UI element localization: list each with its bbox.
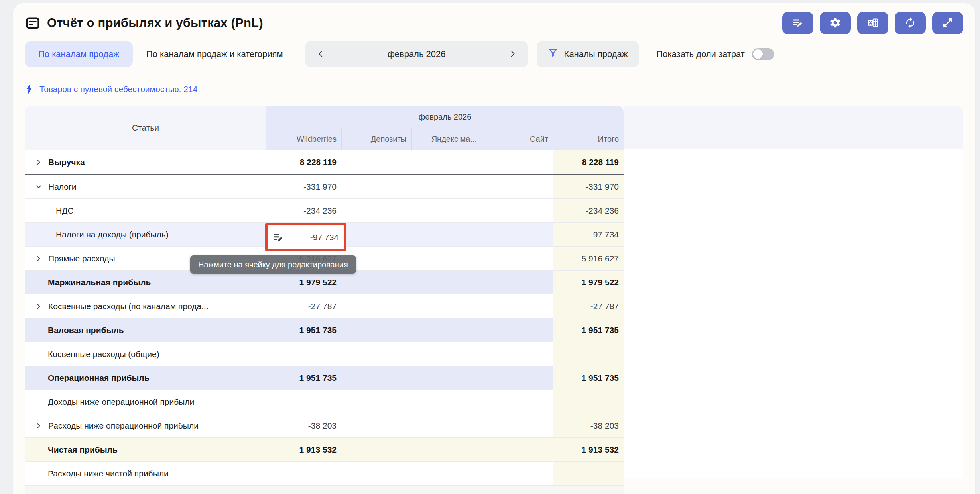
cell-deposits[interactable]: [341, 390, 411, 414]
cell-deposits[interactable]: [341, 175, 411, 199]
table-filler-header: [624, 106, 963, 149]
cell-yandex-market[interactable]: [411, 199, 482, 223]
cell-deposits[interactable]: [341, 199, 411, 223]
cell-wildberries[interactable]: -234 236: [266, 199, 341, 223]
export-excel-button[interactable]: [857, 12, 888, 34]
cell-total[interactable]: [553, 462, 624, 486]
cell-wildberries[interactable]: -38 203: [266, 414, 341, 438]
chevron-down-icon[interactable]: [35, 183, 42, 190]
cell-yandex-market[interactable]: [411, 247, 482, 271]
sales-channels-filter-button[interactable]: Каналы продаж: [537, 41, 639, 67]
chevron-right-icon[interactable]: [35, 159, 42, 166]
cell-yandex-market[interactable]: [411, 366, 482, 390]
row-label-cell[interactable]: Валовая прибыль: [25, 318, 266, 342]
chevron-right-icon[interactable]: [35, 255, 42, 262]
row-label-cell[interactable]: Выручка: [25, 150, 266, 175]
cell-site[interactable]: [482, 271, 553, 294]
cell-wildberries[interactable]: [266, 462, 341, 486]
row-label-cell[interactable]: Налоги на доходы (прибыль): [25, 223, 266, 247]
cell-total[interactable]: -27 787: [553, 294, 624, 318]
row-label-cell[interactable]: Косвенные расходы (по каналам прода...: [25, 294, 266, 318]
cell-site[interactable]: [482, 175, 553, 199]
cell-total[interactable]: 1 979 522: [553, 271, 624, 294]
cost-share-toggle-switch[interactable]: [752, 48, 774, 60]
cell-wildberries[interactable]: 1 913 532: [266, 438, 341, 462]
editing-cell-highlight[interactable]: -97 734: [265, 223, 346, 251]
cell-site[interactable]: [482, 390, 553, 414]
chevron-right-icon[interactable]: [35, 303, 42, 310]
cell-yandex-market[interactable]: [411, 223, 482, 247]
cell-deposits[interactable]: [341, 150, 411, 175]
cell-deposits[interactable]: [341, 366, 411, 390]
cell-site[interactable]: [482, 223, 553, 247]
cell-deposits[interactable]: [341, 271, 411, 294]
row-label-cell[interactable]: Маржинальная прибыль: [25, 271, 266, 294]
cell-total[interactable]: -331 970: [553, 175, 624, 199]
row-label-cell[interactable]: Чистая прибыль: [25, 438, 266, 462]
cell-deposits[interactable]: [341, 438, 411, 462]
tab-by-channels-and-categories[interactable]: По каналам продаж и категориям: [133, 41, 297, 67]
cell-wildberries[interactable]: [266, 390, 341, 414]
cell-total[interactable]: -5 916 627: [553, 247, 624, 271]
cell-total[interactable]: -234 236: [553, 199, 624, 223]
cell-yandex-market[interactable]: [411, 414, 482, 438]
cell-site[interactable]: [482, 318, 553, 342]
cell-deposits[interactable]: [341, 294, 411, 318]
cell-site[interactable]: [482, 366, 553, 390]
cell-wildberries[interactable]: [266, 342, 341, 366]
cell-deposits[interactable]: [341, 342, 411, 366]
row-label-cell[interactable]: Налоги: [25, 175, 266, 199]
cell-yandex-market[interactable]: [411, 150, 482, 175]
cell-total[interactable]: -97 734: [553, 223, 624, 247]
cell-yandex-market[interactable]: [411, 390, 482, 414]
chevron-right-icon[interactable]: [35, 422, 42, 429]
cell-total[interactable]: 8 228 119: [553, 150, 624, 175]
cell-site[interactable]: [482, 199, 553, 223]
cell-yandex-market[interactable]: [411, 318, 482, 342]
row-label-cell[interactable]: Доходы ниже операционной прибыли: [25, 390, 266, 414]
row-label-cell[interactable]: Расходы ниже чистой прибыли: [25, 462, 266, 486]
cell-deposits[interactable]: [341, 462, 411, 486]
cell-site[interactable]: [482, 462, 553, 486]
settings-button[interactable]: [820, 12, 851, 34]
cell-wildberries[interactable]: -97 734: [266, 223, 341, 247]
cell-yandex-market[interactable]: [411, 294, 482, 318]
row-label-cell[interactable]: Операционная прибыль: [25, 366, 266, 390]
cell-total[interactable]: 1 951 735: [553, 366, 624, 390]
cell-wildberries[interactable]: -331 970: [266, 175, 341, 199]
cell-site[interactable]: [482, 150, 553, 175]
cell-site[interactable]: [482, 438, 553, 462]
cell-wildberries[interactable]: 8 228 119: [266, 150, 341, 175]
cell-yandex-market[interactable]: [411, 175, 482, 199]
cell-deposits[interactable]: [341, 414, 411, 438]
row-label-cell[interactable]: Косвенные расходы (общие): [25, 342, 266, 366]
cell-total[interactable]: -38 203: [553, 414, 624, 438]
zero-cost-products-link[interactable]: Товаров с нулевой себестоимостью: 214: [39, 84, 197, 94]
row-label-cell[interactable]: НДС: [25, 199, 266, 223]
cell-yandex-market[interactable]: [411, 271, 482, 294]
cell-yandex-market[interactable]: [411, 462, 482, 486]
cell-deposits[interactable]: [341, 318, 411, 342]
cell-site[interactable]: [482, 414, 553, 438]
cell-site[interactable]: [482, 342, 553, 366]
expand-button[interactable]: [932, 12, 963, 34]
cell-wildberries[interactable]: 1 979 522: [266, 271, 341, 294]
cell-wildberries[interactable]: -27 787: [266, 294, 341, 318]
cell-total[interactable]: [553, 390, 624, 414]
edit-report-button[interactable]: [782, 12, 813, 34]
cell-yandex-market[interactable]: [411, 342, 482, 366]
cell-yandex-market[interactable]: [411, 438, 482, 462]
refresh-button[interactable]: [895, 12, 926, 34]
cell-deposits[interactable]: [341, 223, 411, 247]
cell-total[interactable]: 1 951 735: [553, 318, 624, 342]
previous-month-button[interactable]: [315, 48, 327, 60]
cell-total[interactable]: 1 913 532: [553, 438, 624, 462]
cell-site[interactable]: [482, 294, 553, 318]
cell-wildberries[interactable]: 1 951 735: [266, 318, 341, 342]
cell-total[interactable]: [553, 342, 624, 366]
cell-site[interactable]: [482, 247, 553, 271]
row-label-cell[interactable]: Расходы ниже операционной прибыли: [25, 414, 266, 438]
cell-wildberries[interactable]: 1 951 735: [266, 366, 341, 390]
tab-by-sales-channels[interactable]: По каналам продаж: [25, 41, 133, 67]
next-month-button[interactable]: [506, 48, 518, 60]
